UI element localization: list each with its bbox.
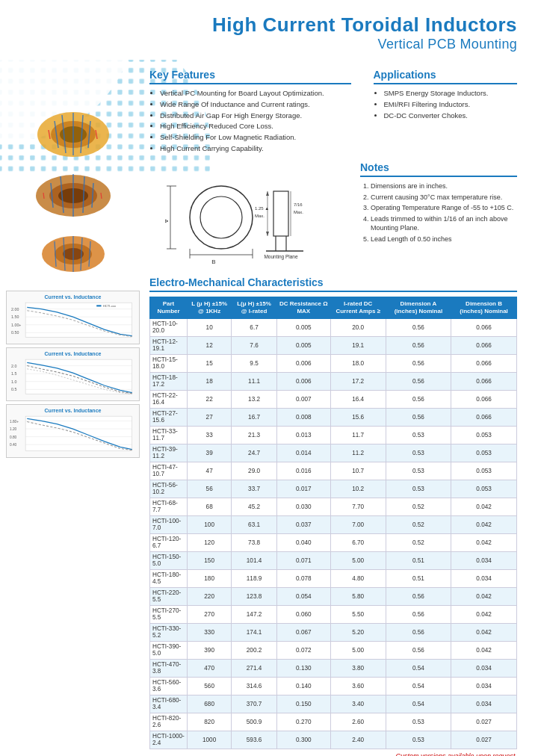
page-title-line2: Vertical PCB Mounting: [0, 37, 517, 52]
toroid-images: [0, 97, 146, 288]
svg-text:B: B: [211, 258, 215, 265]
toroid-image-3: [32, 224, 114, 280]
svg-text:1.0: 1.0: [11, 379, 16, 384]
data-cell: 0.030: [276, 498, 330, 515]
col-header-l-irated: L(μ H) ±15% @ I-rated: [232, 297, 277, 318]
svg-point-61: [200, 196, 242, 238]
data-cell: 3.80: [330, 659, 386, 677]
feature-item-5: Self-Shielding For Low Magnetic Radiatio…: [160, 133, 351, 143]
data-cell: 5.00: [330, 551, 386, 569]
table-header-row: Part Number L (μ H) ±15% @ 1KHz L(μ H) ±…: [150, 297, 517, 318]
table-row: HCTI-270-5.5270147.20.0605.500.560.042: [150, 605, 517, 623]
toroid-image-2: [32, 164, 114, 220]
part-number-cell: HCTI-270-5.5: [150, 605, 188, 623]
data-cell: 15.6: [330, 408, 386, 426]
data-cell: 29.0: [232, 462, 277, 480]
data-cell: 16.7: [232, 408, 277, 426]
data-cell: 0.52: [386, 533, 451, 551]
data-cell: 2.40: [330, 731, 386, 749]
data-cell: 45.2: [232, 498, 277, 515]
data-cell: 15: [188, 354, 232, 372]
data-cell: 0.034: [451, 659, 517, 677]
data-cell: 63.1: [232, 515, 277, 533]
chart-1-title: Current vs. Inductance: [10, 294, 136, 300]
data-cell: 17.2: [330, 372, 386, 390]
data-cell: 0.066: [451, 390, 517, 408]
col-header-irated-dc: I-rated DC Current Amps ≥: [330, 297, 386, 318]
data-cell: 22: [188, 390, 232, 408]
svg-rect-31: [25, 303, 132, 337]
table-row: HCTI-18-17.21811.10.00617.20.560.066: [150, 372, 517, 390]
table-row: HCTI-1000-2.41000593.60.3002.400.530.027: [150, 731, 517, 749]
data-cell: 0.140: [276, 677, 330, 695]
data-cell: 200.2: [232, 641, 277, 659]
part-number-cell: HCTI-56-10.2: [150, 480, 188, 498]
data-cell: 0.006: [276, 354, 330, 372]
data-cell: 0.054: [276, 587, 330, 605]
data-cell: 1000: [188, 731, 232, 749]
data-cell: 0.072: [276, 641, 330, 659]
chart-3-title: Current vs. Inductance: [10, 408, 136, 413]
part-number-cell: HCTI-33-11.7: [150, 426, 188, 444]
data-cell: 12: [188, 336, 232, 354]
data-cell: 0.56: [386, 641, 451, 659]
chart-box-3: Current vs. Inductance 1.60+ 1.20 0.80 0…: [6, 404, 140, 458]
data-cell: 6.7: [232, 318, 277, 336]
data-cell: 0.053: [451, 480, 517, 498]
part-number-cell: HCTI-15-18.0: [150, 354, 188, 372]
data-cell: 2.60: [330, 713, 386, 731]
data-cell: 0.034: [451, 551, 517, 569]
data-cell: 11.2: [330, 444, 386, 462]
note-2: Current causing 30°C max temperature ris…: [371, 193, 517, 202]
data-cell: 271.4: [232, 659, 277, 677]
svg-marker-77: [266, 232, 269, 236]
data-cell: 18: [188, 372, 232, 390]
table-row: HCTI-330-5.2330174.10.0675.200.560.042: [150, 623, 517, 641]
svg-text:Max.: Max.: [294, 210, 303, 214]
data-cell: 0.56: [386, 318, 451, 336]
data-cell: 0.56: [386, 587, 451, 605]
table-row: HCTI-100-7.010063.10.0377.000.520.042: [150, 515, 517, 533]
data-cell: 0.027: [451, 731, 517, 749]
data-cell: 680: [188, 695, 232, 713]
note-5: Lead Length of 0.50 inches: [371, 235, 517, 244]
data-cell: 174.1: [232, 623, 277, 641]
data-cell: 11.7: [330, 426, 386, 444]
svg-text:2.0: 2.0: [11, 364, 16, 368]
svg-text:1.00+: 1.00+: [11, 323, 21, 327]
note-4: Leads trimmed to within 1/16 of an inch …: [371, 214, 517, 232]
part-number-cell: HCTI-560-3.6: [150, 677, 188, 695]
data-cell: 0.053: [451, 444, 517, 462]
data-cell: 0.034: [451, 569, 517, 587]
table-row: HCTI-10-20.0106.70.00520.00.560.066: [150, 318, 517, 336]
col-header-dim-a: Dimension A (inches) Nominal: [386, 297, 451, 318]
svg-text:0.5: 0.5: [11, 387, 16, 391]
diagram-area: B A Mounting Plane 1.25 ▲ Max.: [149, 161, 345, 266]
data-cell: 123.8: [232, 587, 277, 605]
data-cell: 6.70: [330, 533, 386, 551]
data-cell: 0.54: [386, 677, 451, 695]
data-cell: 18.0: [330, 354, 386, 372]
data-cell: 0.53: [386, 426, 451, 444]
data-cell: 0.017: [276, 480, 330, 498]
notes-title: Notes: [360, 161, 517, 177]
data-cell: 0.066: [451, 354, 517, 372]
table-row: HCTI-120-6.712073.80.0406.700.520.042: [150, 533, 517, 551]
data-cell: 7.70: [330, 498, 386, 515]
svg-text:0.40: 0.40: [10, 443, 17, 447]
data-cell: 0.071: [276, 551, 330, 569]
data-cell: 0.56: [386, 336, 451, 354]
svg-rect-70: [273, 191, 288, 236]
table-row: HCTI-33-11.73321.30.01311.70.530.053: [150, 426, 517, 444]
part-number-cell: HCTI-390-5.0: [150, 641, 188, 659]
data-cell: 0.066: [451, 318, 517, 336]
data-cell: 147.2: [232, 605, 277, 623]
feature-item-4: High Efficiency Reduced Core Loss.: [160, 122, 351, 131]
data-cell: 0.56: [386, 623, 451, 641]
data-cell: 11.1: [232, 372, 277, 390]
data-cell: 0.042: [451, 641, 517, 659]
data-cell: 0.042: [451, 605, 517, 623]
data-cell: 0.56: [386, 605, 451, 623]
chart-2-svg: 2.0 1.5 1.0 0.5: [10, 358, 136, 399]
part-number-cell: HCTI-820-2.6: [150, 713, 188, 731]
